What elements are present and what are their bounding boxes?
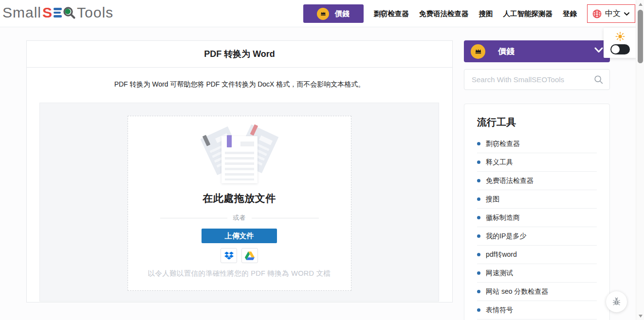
bookmark-purple [227, 135, 232, 147]
nav-login[interactable]: 登錄 [563, 9, 577, 18]
toggle-knob [611, 45, 620, 53]
scroll-down-arrow[interactable] [636, 312, 644, 320]
language-label: 中文 [605, 9, 621, 19]
or-label: 或者 [233, 213, 246, 222]
language-selector[interactable]: 中文 [587, 4, 635, 23]
bullet-icon [477, 308, 480, 312]
bullet-icon [477, 142, 480, 145]
bullet-icon [477, 197, 480, 201]
page: SmallS Tools 價錢 剽窃检查器 免费语法检查器 搜图 人工智能探测器… [0, 0, 644, 320]
upload-area: 在此處拖放文件 或者 上傳文件 [39, 103, 439, 302]
search-icon[interactable] [593, 74, 604, 85]
bullet-icon [477, 271, 480, 275]
globe-icon [592, 9, 602, 19]
file-dropzone[interactable]: 在此處拖放文件 或者 上傳文件 [128, 116, 351, 291]
popular-tools-card: 流行工具 剽窃检查器 释义工具 免费语法检查器 搜图 徽标制造商 我的IP是多少… [464, 104, 610, 320]
dropbox-button[interactable] [221, 248, 237, 263]
popular-tools-list: 剽窃检查器 释义工具 免费语法检查器 搜图 徽标制造商 我的IP是多少 pdf转… [477, 135, 597, 320]
tool-description: PDF 转换为 Word 可帮助您将 PDF 文件转换为 DocX 格式，而不会… [27, 80, 452, 89]
document-center [221, 136, 258, 183]
theme-panel [604, 28, 637, 58]
or-divider: 或者 [128, 213, 351, 222]
documents-illustration [186, 123, 293, 185]
dropbox-icon [224, 251, 234, 260]
header-nav: 價錢 剽窃检查器 免费语法检查器 搜图 人工智能探测器 登錄 中文 [303, 0, 636, 27]
logo-e-bars-icon [54, 8, 62, 18]
search-input[interactable] [464, 70, 609, 89]
tool-link-pdf-to-word[interactable]: pdf转word [477, 246, 597, 264]
pricing-button[interactable]: 價錢 [303, 4, 364, 23]
crown-icon [471, 44, 485, 59]
chevron-down-icon [594, 47, 603, 53]
nav-grammar-checker[interactable]: 免费语法检查器 [419, 9, 469, 18]
bullet-icon [477, 253, 480, 256]
tool-card: PDF 转换为 Word PDF 转换为 Word 可帮助您将 PDF 文件转换… [26, 40, 453, 302]
bullet-icon [477, 160, 480, 164]
nav-reverse-image-search[interactable]: 搜图 [479, 9, 493, 18]
tool-link-emoji[interactable]: 表情符号 [477, 301, 597, 320]
sidebar-pricing-banner[interactable]: 價錢 [464, 40, 610, 62]
sidebar: 價錢 流行工具 剽窃检查器 释义工具 免费语法检查器 搜图 徽标制造商 我的IP… [464, 40, 610, 320]
search-box [464, 69, 610, 90]
chevron-down-icon [624, 12, 630, 16]
google-drive-icon [245, 251, 255, 260]
popular-tools-title: 流行工具 [477, 116, 597, 129]
nav-plagiarism-checker[interactable]: 剽窃检查器 [374, 9, 409, 18]
tool-link-what-is-my-ip[interactable]: 我的IP是多少 [477, 227, 597, 246]
header: SmallS Tools 價錢 剽窃检查器 免费语法检查器 搜图 人工智能探测器… [0, 0, 644, 27]
report-bug-button[interactable] [606, 291, 627, 312]
bullet-icon [477, 234, 480, 238]
dark-mode-toggle[interactable] [610, 44, 630, 54]
bullet-icon [477, 216, 480, 219]
tool-link-plagiarism-checker[interactable]: 剽窃检查器 [477, 135, 597, 153]
tool-link-seo-score-checker[interactable]: 网站 seo 分数检查器 [477, 283, 597, 301]
scrollbar-thumb[interactable] [638, 10, 643, 63]
pricing-button-label: 價錢 [335, 9, 350, 18]
logo-text-tools: Tools [77, 4, 113, 21]
cloud-import-buttons [128, 248, 351, 263]
sun-icon [615, 31, 626, 42]
sidebar-pricing-label: 價錢 [498, 46, 515, 57]
upload-file-button[interactable]: 上傳文件 [202, 229, 277, 243]
bookmark-red [250, 124, 258, 136]
tool-link-speed-test[interactable]: 网速测试 [477, 264, 597, 283]
bookmark-gray [202, 135, 210, 146]
google-drive-button[interactable] [241, 248, 258, 263]
site-logo[interactable]: SmallS Tools [2, 4, 113, 21]
tool-link-reverse-image-search[interactable]: 搜图 [477, 190, 597, 209]
page-title: PDF 转换为 Word [27, 41, 452, 68]
scrollbar [636, 0, 644, 320]
scroll-up-arrow[interactable] [636, 0, 644, 8]
tool-link-logo-maker[interactable]: 徽标制造商 [477, 209, 597, 227]
logo-text-small: Small [2, 4, 41, 21]
logo-text-s: S [42, 4, 53, 21]
dropzone-heading: 在此處拖放文件 [128, 192, 351, 205]
bullet-icon [477, 290, 480, 293]
bullet-icon [477, 179, 480, 182]
conversion-note: 以令人難以置信的準確性將您的 PDF 轉換為 WORD 文檔 [128, 269, 351, 278]
tool-link-paraphrasing-tool[interactable]: 释义工具 [477, 153, 597, 172]
tool-link-grammar-checker[interactable]: 免费语法检查器 [477, 172, 597, 190]
nav-ai-detector[interactable]: 人工智能探测器 [503, 9, 553, 18]
bug-icon [611, 297, 622, 307]
crown-icon [317, 8, 329, 20]
magnifier-icon [62, 5, 76, 20]
